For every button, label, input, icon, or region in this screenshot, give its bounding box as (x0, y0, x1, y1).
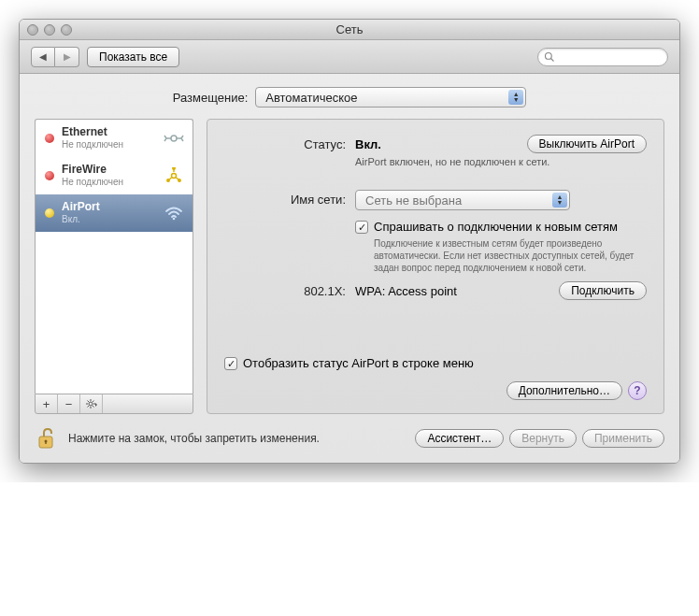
service-name: FireWire (62, 164, 155, 177)
svg-line-19 (93, 401, 94, 403)
popup-arrows-icon: ▲▼ (508, 90, 523, 105)
ask-join-help: Подключение к известным сетям будет прои… (374, 237, 647, 274)
network-name-value: Сеть не выбрана (365, 193, 462, 208)
lock-text: Нажмите на замок, чтобы запретить измене… (68, 432, 407, 445)
show-all-button[interactable]: Показать все (87, 47, 179, 67)
lock-open-icon (37, 427, 58, 450)
service-status: Не подключен (62, 177, 155, 188)
apply-button[interactable]: Применить (582, 429, 664, 448)
status-label: Статус: (224, 135, 355, 151)
network-name-popup[interactable]: Сеть не выбрана ▲▼ (355, 190, 570, 210)
toolbar: ◀ ▶ Показать все (20, 40, 679, 74)
service-list[interactable]: Ethernet Не подключен FireWire Не подклю… (35, 119, 193, 394)
prefs-window: Сеть ◀ ▶ Показать все Размещение: Автома… (19, 19, 680, 464)
search-input[interactable] (537, 48, 668, 66)
gear-icon (85, 397, 98, 410)
svg-point-2 (171, 136, 177, 141)
titlebar[interactable]: Сеть (20, 20, 679, 40)
network-name-label: Имя сети: (224, 190, 355, 207)
service-status: Вкл. (62, 214, 155, 225)
status-dot-icon (45, 171, 54, 180)
remove-service-button[interactable]: − (58, 394, 80, 413)
revert-button[interactable]: Вернуть (509, 429, 577, 448)
assistant-button[interactable]: Ассистент… (415, 429, 504, 448)
ask-join-label: Спрашивать о подключении к новым сетям (374, 220, 647, 234)
service-action-button[interactable] (80, 394, 103, 413)
svg-point-3 (172, 174, 177, 179)
help-button[interactable]: ? (628, 381, 647, 400)
svg-point-8 (167, 179, 169, 181)
service-list-footer: + − (35, 394, 193, 414)
svg-line-17 (93, 406, 94, 408)
8021x-value: WPA: Access point (355, 284, 457, 298)
connect-button[interactable]: Подключить (559, 281, 647, 300)
status-subtext: AirPort включен, но не подключен к сети. (355, 156, 647, 167)
add-service-button[interactable]: + (36, 394, 58, 413)
svg-point-10 (173, 218, 176, 221)
location-row: Размещение: Автоматическое ▲▼ (35, 87, 664, 107)
svg-line-18 (87, 406, 89, 408)
service-sidebar: Ethernet Не подключен FireWire Не подклю… (35, 119, 193, 414)
footer: Нажмите на замок, чтобы запретить измене… (35, 425, 664, 451)
location-popup[interactable]: Автоматическое ▲▼ (255, 87, 526, 107)
location-value: Автоматическое (265, 91, 357, 105)
show-in-menu-checkbox[interactable]: ✓ Отобразить статус AirPort в строке мен… (224, 356, 474, 370)
svg-point-7 (173, 167, 175, 169)
advanced-button[interactable]: Дополнительно… (506, 381, 622, 400)
service-status: Не подключен (62, 139, 155, 150)
svg-point-9 (178, 179, 180, 181)
popup-arrows-icon: ▲▼ (552, 193, 567, 208)
back-button[interactable]: ◀ (31, 47, 55, 67)
service-item-firewire[interactable]: FireWire Не подключен (36, 157, 193, 194)
service-name: Ethernet (62, 126, 155, 139)
show-in-menu-label: Отобразить статус AirPort в строке меню (243, 356, 474, 370)
toggle-airport-button[interactable]: Выключить AirPort (527, 135, 647, 153)
status-dot-icon (45, 134, 54, 143)
search-icon (544, 51, 555, 63)
svg-point-11 (89, 402, 93, 406)
location-label: Размещение: (173, 91, 249, 105)
service-item-ethernet[interactable]: Ethernet Не подключен (36, 120, 193, 157)
svg-rect-22 (45, 441, 46, 444)
ethernet-icon (163, 131, 185, 146)
checkbox-icon: ✓ (224, 357, 237, 370)
lock-button[interactable] (35, 425, 61, 451)
window-title: Сеть (20, 22, 679, 36)
detail-pane: Статус: Вкл. Выключить AirPort AirPort в… (207, 119, 664, 414)
service-item-airport[interactable]: AirPort Вкл. (36, 194, 193, 232)
status-dot-icon (45, 208, 54, 218)
wifi-icon (163, 206, 185, 221)
svg-line-1 (551, 58, 554, 61)
service-name: AirPort (62, 201, 155, 214)
status-value: Вкл. (355, 137, 381, 151)
8021x-label: 802.1X: (224, 281, 355, 298)
nav-segment: ◀ ▶ (31, 47, 79, 67)
forward-button[interactable]: ▶ (55, 47, 79, 67)
checkbox-icon: ✓ (355, 221, 368, 234)
body: Размещение: Автоматическое ▲▼ Ethernet Н… (20, 74, 679, 463)
svg-line-16 (87, 401, 89, 403)
svg-point-0 (546, 52, 552, 59)
ask-join-checkbox[interactable]: ✓ Спрашивать о подключении к новым сетям… (355, 220, 647, 274)
firewire-icon (163, 167, 185, 184)
